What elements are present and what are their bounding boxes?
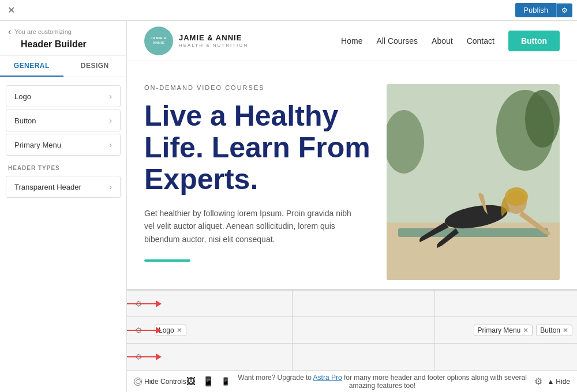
svg-point-8 — [505, 187, 528, 206]
viewport-icons: 🖼 📱 📱 — [186, 376, 230, 387]
arrow-row-3 — [127, 353, 162, 360]
arrow-head-1 — [156, 300, 162, 307]
builder-row-3: ⚙ — [127, 344, 577, 370]
bottom-bar: ◯ Hide Controls 🖼 📱 📱 Want more? Upgrade… — [127, 370, 577, 392]
nav-all-courses[interactable]: All Courses — [376, 36, 418, 46]
primary-menu-tag: Primary Menu ✕ — [474, 325, 533, 336]
logo-brand-name: JAMIE & ANNIE — [179, 33, 248, 43]
arrow-row-2 — [127, 327, 162, 334]
panel-items: Logo › Button › Primary Menu › HEADER TY… — [0, 77, 126, 206]
logo-circle-text: JAMIE &ANNIE — [151, 36, 167, 44]
bottom-right: ⚙ ▲ Hide — [534, 376, 570, 387]
left-panel: ‹ You are customizing Header Builder GEN… — [0, 21, 127, 392]
button-tag-remove[interactable]: ✕ — [563, 327, 568, 334]
panel-header-top: ‹ You are customizing — [8, 27, 118, 37]
panel-item-transparent-arrow: › — [109, 182, 112, 191]
top-bar-left: ✕ — [5, 4, 17, 17]
nav-about[interactable]: About — [432, 36, 453, 46]
upgrade-suffix: for many more header and footer options … — [342, 374, 527, 390]
hide-controls-label: Hide Controls — [144, 378, 186, 386]
arrow-shaft-2 — [127, 330, 156, 331]
mobile-icon[interactable]: 📱 — [221, 377, 230, 386]
logo-text-block: JAMIE & ANNIE HEALTH & NUTRITION — [179, 33, 248, 48]
primary-menu-tag-label: Primary Menu — [478, 326, 521, 334]
hero-label: ON-DEMAND VIDEO COURSES — [144, 84, 375, 91]
site-header: JAMIE &ANNIE JAMIE & ANNIE HEALTH & NUTR… — [127, 21, 577, 61]
row-3-cell-3 — [435, 344, 577, 370]
header-types-label: HEADER TYPES — [0, 158, 126, 174]
nav-home[interactable]: Home — [341, 36, 362, 46]
hide-controls-button[interactable]: ◯ Hide Controls — [134, 378, 186, 386]
close-icon: ✕ — [8, 5, 15, 16]
arrow-shaft-1 — [127, 303, 156, 304]
site-logo: JAMIE &ANNIE JAMIE & ANNIE HEALTH & NUTR… — [144, 27, 248, 55]
row-2-cell-3: Primary Menu ✕ Button ✕ — [435, 317, 577, 343]
site-preview: JAMIE &ANNIE JAMIE & ANNIE HEALTH & NUTR… — [127, 21, 577, 289]
panel-item-transparent[interactable]: Transparent Header › — [6, 176, 121, 198]
publish-button[interactable]: Publish — [515, 3, 556, 17]
svg-rect-5 — [398, 228, 548, 237]
panel-item-button-arrow: › — [109, 116, 112, 125]
builder-row-1: ⚙ — [127, 291, 577, 317]
hero-title: Live a Healthy Life. Learn From Experts. — [144, 100, 375, 195]
tab-design[interactable]: DESIGN — [63, 56, 127, 77]
primary-menu-tag-remove[interactable]: ✕ — [523, 327, 529, 334]
site-hero: ON-DEMAND VIDEO COURSES Live a Healthy L… — [127, 61, 577, 289]
hero-left: ON-DEMAND VIDEO COURSES Live a Healthy L… — [144, 84, 375, 266]
nav-contact[interactable]: Contact — [467, 36, 494, 46]
panel-item-button[interactable]: Button › — [6, 110, 121, 131]
row-2-cell-1: Logo ✕ — [150, 317, 293, 343]
site-nav: Home All Courses About Contact Button — [341, 31, 560, 51]
row-1-cell-3 — [435, 291, 577, 316]
main-layout: ‹ You are customizing Header Builder GEN… — [0, 21, 577, 392]
arrow-shaft-3 — [127, 356, 156, 357]
panel-item-menu[interactable]: Primary Menu › — [6, 134, 121, 156]
hero-image — [387, 84, 560, 280]
circle-icon: ◯ — [134, 378, 142, 386]
panel-item-logo[interactable]: Logo › — [6, 85, 121, 107]
panel-item-logo-label: Logo — [14, 92, 31, 101]
svg-point-2 — [525, 90, 560, 148]
close-button[interactable]: ✕ — [5, 4, 17, 17]
button-tag-label: Button — [540, 326, 560, 334]
right-content: JAMIE &ANNIE JAMIE & ANNIE HEALTH & NUTR… — [127, 21, 577, 392]
tablet-icon[interactable]: 📱 — [203, 376, 214, 387]
panel-item-menu-label: Primary Menu — [14, 141, 61, 149]
button-tag: Button ✕ — [536, 325, 572, 336]
row-1-cells — [150, 291, 577, 316]
publish-gear-button[interactable]: ⚙ — [556, 3, 572, 17]
panel-item-logo-arrow: › — [109, 92, 112, 101]
hero-image-svg — [387, 84, 560, 280]
row-3-cell-2 — [293, 344, 435, 370]
logo-circle: JAMIE &ANNIE — [144, 27, 173, 55]
hide-label: Hide — [556, 378, 570, 386]
hero-underline — [144, 259, 190, 262]
hide-icon: ▲ — [547, 378, 554, 386]
logo-tag-remove[interactable]: ✕ — [177, 327, 182, 334]
arrow-row-1 — [127, 300, 162, 307]
bottom-center-text: Want more? Upgrade to Astra Pro for many… — [230, 374, 535, 390]
bottom-gear-button[interactable]: ⚙ — [534, 376, 542, 387]
upgrade-prefix: Want more? Upgrade to — [238, 374, 313, 382]
arrow-head-2 — [156, 327, 162, 334]
nav-cta-button[interactable]: Button — [508, 31, 560, 51]
panel-item-transparent-label: Transparent Header — [14, 183, 81, 191]
panel-item-button-label: Button — [14, 116, 36, 125]
row-1-cell-1 — [150, 291, 293, 316]
astra-pro-link[interactable]: Astra Pro — [313, 374, 342, 382]
row-2-cells: Logo ✕ Primary Menu ✕ Button — [150, 317, 577, 343]
back-arrow-icon[interactable]: ‹ — [8, 27, 11, 37]
panel-header: ‹ You are customizing Header Builder — [0, 21, 126, 56]
bottom-left: ◯ Hide Controls — [134, 378, 186, 386]
hide-button[interactable]: ▲ Hide — [547, 378, 570, 386]
builder-rows: ⚙ ⚙ — [127, 291, 577, 370]
panel-item-menu-arrow: › — [109, 140, 112, 149]
panel-title: Header Builder — [8, 39, 118, 50]
desktop-icon[interactable]: 🖼 — [186, 376, 196, 387]
builder-row-2: ⚙ Logo ✕ Primary Menu ✕ — [127, 317, 577, 344]
top-bar: ✕ Publish ⚙ — [0, 0, 577, 21]
row-1-cell-2 — [293, 291, 435, 316]
tab-general[interactable]: GENERAL — [0, 56, 63, 77]
row-3-cell-1 — [150, 344, 293, 370]
panel-tabs: GENERAL DESIGN — [0, 56, 126, 77]
